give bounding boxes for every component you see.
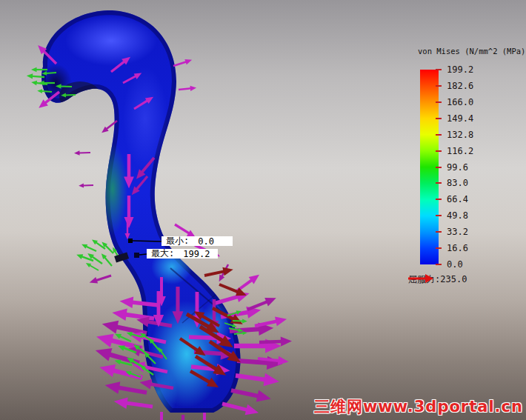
tick-mark [436, 182, 442, 184]
min-value: 0.0 [198, 236, 214, 247]
legend-value: 0.0 [447, 259, 463, 270]
max-label: 最大: [151, 247, 174, 260]
simulation-viewport[interactable]: von Mises (N/mm^2 (MPa)) 199.2 182.6 166… [0, 0, 526, 420]
tick-mark [436, 101, 442, 103]
max-callout[interactable]: 最大:199.2 [147, 249, 218, 259]
legend-title: von Mises (N/mm^2 (MPa)) [418, 47, 526, 56]
tick-mark [436, 199, 442, 200]
tick-mark [436, 118, 442, 119]
tick-mark [436, 264, 442, 265]
yield-annotation: 屈服力:235.0 [408, 273, 467, 286]
min-callout[interactable]: 最小:0.0 [162, 236, 233, 246]
stress-legend: 199.2 182.6 166.0 149.4 132.8 116.2 99.6… [420, 70, 526, 264]
legend-value: 83.0 [447, 178, 468, 188]
yield-value: 235.0 [440, 274, 467, 284]
tick-mark [436, 134, 442, 136]
legend-value: 166.0 [447, 97, 473, 107]
legend-value: 16.6 [447, 243, 468, 253]
legend-value: 99.6 [447, 162, 468, 173]
legend-value: 182.6 [447, 81, 473, 91]
model-tube [39, 10, 241, 419]
tick-mark [436, 247, 442, 249]
legend-value: 49.8 [447, 210, 468, 221]
yield-arrow-icon [408, 273, 433, 284]
legend-value: 116.2 [447, 146, 473, 156]
legend-value: 33.2 [447, 227, 468, 237]
tick-mark [436, 85, 442, 87]
tick-mark [436, 69, 442, 70]
legend-value: 149.4 [447, 113, 473, 124]
legend-value: 66.4 [447, 194, 468, 204]
legend-value: 199.2 [447, 64, 473, 75]
tick-mark [436, 150, 442, 152]
watermark: 三维网www.3dportal.cn [314, 396, 523, 417]
min-label: 最小: [166, 235, 189, 247]
max-value: 199.2 [183, 249, 210, 259]
tick-mark [436, 215, 442, 216]
legend-value: 132.8 [447, 130, 473, 140]
tick-mark [436, 167, 442, 168]
tick-mark [436, 231, 442, 233]
